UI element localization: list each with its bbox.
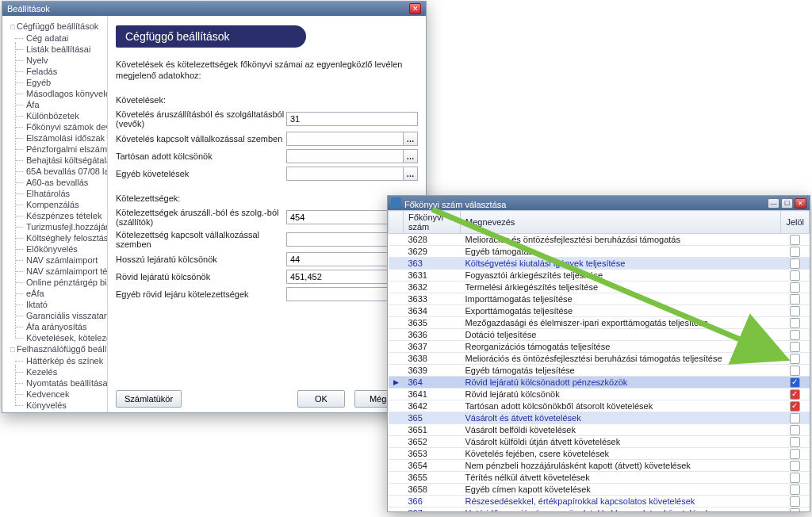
checkbox[interactable] xyxy=(790,342,800,352)
maximize-icon[interactable]: ☐ xyxy=(781,198,793,209)
tree-group[interactable]: Cégfüggő beállítások xyxy=(9,21,104,33)
tree-item[interactable]: Listák beállításai xyxy=(9,44,104,55)
input-r6[interactable] xyxy=(287,233,403,246)
checkbox[interactable] xyxy=(790,508,800,512)
checkbox[interactable] xyxy=(790,425,800,435)
tree-item[interactable]: Kedvencek xyxy=(9,389,104,400)
tree-item[interactable]: Háttérkép és színek xyxy=(9,355,104,366)
table-row[interactable]: 367Határidős, opciós és swap ügyletekkel… xyxy=(389,507,810,512)
table-row[interactable]: 3655Térítés nélkül átvett követelések xyxy=(389,472,810,484)
input-r4[interactable] xyxy=(287,167,403,180)
col-code[interactable]: Főkönyvi szám xyxy=(404,211,461,234)
table-row[interactable]: 3628Meliorációs és öntözésfejlesztési be… xyxy=(389,234,810,246)
table-row[interactable]: 3634Exporttámogatás teljesítése xyxy=(389,305,810,317)
checkbox[interactable] xyxy=(790,282,800,293)
tree-item[interactable]: Turizmusfejl.hozzájárulás xyxy=(9,221,104,232)
tree-item[interactable]: Áfa xyxy=(9,99,104,110)
table-row[interactable]: 3651Vásárolt belföldi követelések xyxy=(389,424,810,436)
input-r2[interactable] xyxy=(287,132,403,145)
checkbox[interactable] xyxy=(790,484,800,495)
tree-item[interactable]: Elhatárolás xyxy=(9,188,104,199)
tree-item[interactable]: Másodlagos könyvelés xyxy=(9,88,104,99)
table-row[interactable]: 3637Reorganizációs támogatás teljesítése xyxy=(389,341,810,353)
picker-r4[interactable]: … xyxy=(403,167,417,180)
tree-item[interactable]: NAV számlaimport xyxy=(9,255,104,266)
table-row[interactable]: 366Részesedésekkel, értékpapírokkal kapc… xyxy=(389,496,810,507)
tree-item[interactable]: Előkönyvelés xyxy=(9,243,104,255)
tree-item[interactable]: eÁfa xyxy=(9,288,104,299)
table-row[interactable]: 3638Meliorációs és öntözésfejlesztési be… xyxy=(389,353,810,365)
input-r9[interactable] xyxy=(287,288,403,301)
minimize-icon[interactable]: — xyxy=(768,198,779,209)
checkbox-checked[interactable] xyxy=(790,389,800,400)
tree-item[interactable]: Egyéb xyxy=(9,77,104,88)
close-icon[interactable]: ✕ xyxy=(795,198,806,209)
tree-item[interactable]: Elszámolási időszak xyxy=(9,132,104,144)
tree-item[interactable]: Készpénzes tételek xyxy=(9,210,104,221)
col-mark[interactable]: Jelöl xyxy=(781,211,810,234)
checkbox[interactable] xyxy=(790,366,800,376)
close-icon[interactable]: ✕ xyxy=(409,3,421,14)
tree-item[interactable]: Főkönyvi számok devizái xyxy=(9,121,104,132)
chart-of-accounts-button[interactable]: Számlatükör xyxy=(116,390,182,408)
tree-item[interactable]: NAV számlaimport tétel göngyölés xyxy=(9,266,104,277)
table-row[interactable]: 365Vásárolt és átvett követelések xyxy=(389,412,810,424)
ok-button[interactable]: OK xyxy=(297,390,345,408)
checkbox-checked[interactable] xyxy=(790,377,800,388)
tree-item[interactable]: Online pénztárgép bizonylatok xyxy=(9,277,104,288)
table-row[interactable]: 3631Fogyasztói árkiegészítés teljesítése xyxy=(389,270,810,281)
tree-item[interactable]: Behajtási költségátalány xyxy=(9,155,104,166)
tree-item[interactable]: Áfa arányosítás xyxy=(9,321,104,332)
table-row[interactable]: 3639Egyéb támogatás teljesítése xyxy=(389,365,810,377)
tree-item[interactable]: Nyomtatás beállításai xyxy=(9,377,104,389)
settings-titlebar[interactable]: Beállítások ✕ xyxy=(2,2,426,16)
table-row[interactable]: 3635Mezőgazdasági és élelmiszer-ipari ex… xyxy=(389,317,810,329)
tree-item[interactable]: A60-as bevallás xyxy=(9,177,104,188)
tree-item[interactable]: Pénzforgalmi elszámolás xyxy=(9,144,104,155)
settings-tree[interactable]: Cégfüggő beállításokCég adataiListák beá… xyxy=(2,16,108,412)
tree-item[interactable]: Könyvelés xyxy=(9,400,104,411)
tree-item[interactable]: Kezelés xyxy=(9,366,104,377)
picker-r3[interactable]: … xyxy=(403,150,417,163)
checkbox-checked[interactable] xyxy=(790,401,800,412)
table-row[interactable]: 3654Nem pénzbeli hozzájárulásként kapott… xyxy=(389,460,810,472)
table-row[interactable]: 3629Egyéb támogatás xyxy=(389,246,810,258)
checkbox[interactable] xyxy=(790,235,800,245)
tree-item[interactable]: Cég adatai xyxy=(9,33,104,44)
checkbox[interactable] xyxy=(790,461,800,471)
tree-item[interactable]: Feladás xyxy=(9,66,104,77)
checkbox[interactable] xyxy=(790,437,800,447)
table-row[interactable]: 3653Követelés fejében, csere követelések xyxy=(389,448,810,460)
checkbox[interactable] xyxy=(790,354,800,364)
checkbox[interactable] xyxy=(790,496,800,507)
checkbox[interactable] xyxy=(790,473,800,483)
gl-table[interactable]: Főkönyvi szám Megnevezés Jelöl 3628Melio… xyxy=(388,210,810,511)
checkbox[interactable] xyxy=(790,330,800,340)
table-row[interactable]: 3632Termelési árkiegészítés teljesítése xyxy=(389,281,810,293)
tree-group[interactable]: Felhasználófüggő beállítások xyxy=(9,343,104,355)
checkbox[interactable] xyxy=(790,270,800,281)
table-row[interactable]: ▶364Rövid lejáratú kölcsönadott pénzeszk… xyxy=(389,377,810,389)
input-r1[interactable] xyxy=(287,113,417,125)
tree-item[interactable]: Iktató xyxy=(9,299,104,310)
picker-r2[interactable]: … xyxy=(403,132,417,145)
checkbox[interactable] xyxy=(790,294,800,304)
tree-item[interactable]: Követelések, kötelezettségek xyxy=(9,332,104,343)
tree-item[interactable]: Különbözetek xyxy=(9,110,104,121)
checkbox[interactable] xyxy=(790,258,800,269)
table-row[interactable]: 3652Vásárolt külföldi útján átvett követ… xyxy=(389,436,810,448)
tree-item[interactable]: Nyelv xyxy=(9,55,104,66)
col-name[interactable]: Megnevezés xyxy=(461,211,781,234)
checkbox[interactable] xyxy=(790,306,800,316)
tree-item[interactable]: Költséghely felosztás xyxy=(9,232,104,243)
tree-item[interactable]: Garanciális visszatartás xyxy=(9,310,104,321)
table-row[interactable]: 3658Egyéb címen kapott követelések xyxy=(389,484,810,496)
input-r3[interactable] xyxy=(287,150,403,163)
table-row[interactable]: 3633Importtámogatás teljesítése xyxy=(389,293,810,305)
tree-item[interactable]: 65A bevallás 07/08 lap xyxy=(9,166,104,177)
table-row[interactable]: 363Költségvetési kiutalási igények telje… xyxy=(389,258,810,270)
checkbox[interactable] xyxy=(790,449,800,459)
checkbox[interactable] xyxy=(790,247,800,257)
picker-titlebar[interactable]: Főkönyvi szám választása — ☐ ✕ xyxy=(388,196,810,210)
tree-item[interactable]: Kompenzálás xyxy=(9,199,104,210)
